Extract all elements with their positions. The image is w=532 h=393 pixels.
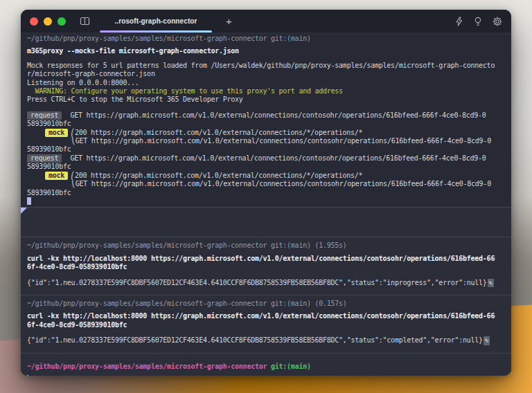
request-badge: request — [27, 154, 62, 163]
command-block-curl-2: ~/github/pnp/proxy-samples/samples/micro… — [21, 295, 511, 353]
mock-url-wrap: 58939010bfc — [21, 145, 511, 154]
prompt-git-branch: git:(main) — [267, 363, 310, 370]
prompt-line: ~/github/pnp/proxy-samples/samples/micro… — [21, 35, 511, 43]
prompt-line: ~/github/pnp/proxy-samples/samples/micro… — [21, 300, 511, 308]
request-line: requestGET https://graph.microsoft.com/v… — [21, 154, 511, 163]
lightning-icon[interactable] — [454, 17, 463, 26]
running-block-spacer — [21, 208, 511, 237]
current-prompt-block[interactable]: ~/github/pnp/proxy-samples/samples/micro… — [21, 354, 511, 376]
request-badge: request — [27, 111, 62, 120]
prompt-line: ~/github/pnp/proxy-samples/samples/micro… — [21, 241, 511, 250]
response-line: {"id":"1.neu.0278337E599FC8DBF5607ED12CF… — [21, 336, 511, 345]
bookmarks-icon[interactable] — [80, 17, 90, 26]
current-prompt-line: ~/github/pnp/proxy-samples/samples/micro… — [21, 363, 511, 371]
settings-gear-icon[interactable] — [493, 17, 502, 26]
input-cursor-line[interactable] — [21, 375, 511, 376]
mock-badge: mock — [45, 129, 68, 137]
bulb-icon[interactable] — [474, 17, 482, 26]
response-json: {"id":"1.neu.0278337E599FC8DBF5607ED12CF… — [27, 279, 487, 286]
text-cursor — [27, 375, 28, 376]
command-curl-wrap: 6f-4ce0-8cd9-058939010bfc — [21, 321, 511, 329]
titlebar: ..rosoft-graph-connector + — [21, 10, 511, 33]
mock-line: ⎝GET https://graph.microsoft.com/v1.0/ex… — [21, 137, 511, 145]
terminal-body[interactable]: ~/github/pnp/proxy-samples/samples/micro… — [21, 33, 511, 376]
mock-url: GET https://graph.microsoft.com/v1.0/ext… — [76, 180, 491, 188]
request-line: requestGET https://graph.microsoft.com/v… — [21, 111, 511, 120]
block-cursor — [27, 197, 31, 205]
warning-line: WARNING: Configure your operating system… — [21, 87, 511, 95]
eol-percent-marker: % — [488, 279, 494, 287]
zoom-button[interactable] — [57, 17, 66, 26]
mock-line: mock⎛200 https://graph.microsoft.com/v1.… — [21, 129, 511, 137]
desktop-wallpaper: ..rosoft-graph-connector + — [0, 0, 532, 393]
close-button[interactable] — [30, 17, 38, 26]
mock-url-wrap: 58939010bfc — [21, 189, 511, 197]
output-line: r/microsoft-graph-connector.json — [21, 70, 511, 78]
mock-line: ⎝GET https://graph.microsoft.com/v1.0/ex… — [21, 180, 511, 188]
request-url-wrap: 58939010bfc — [21, 120, 511, 128]
cursor-line — [21, 197, 511, 205]
prompt-path: ~/github/pnp/proxy-samples/samples/micro… — [27, 363, 267, 370]
output-line: Press CTRL+C to stop the Microsoft 365 D… — [21, 95, 511, 104]
response-line: {"id":"1.neu.0278337E599FC8DBF5607ED12CF… — [21, 279, 511, 287]
titlebar-actions — [454, 17, 502, 26]
mock-pattern: 200 https://graph.microsoft.com/v1.0/ext… — [75, 172, 362, 179]
request-url: GET https://graph.microsoft.com/v1.0/ext… — [70, 154, 486, 162]
mock-line: mock⎛200 https://graph.microsoft.com/v1.… — [21, 172, 511, 180]
eol-percent-marker: % — [484, 336, 490, 345]
command-block-curl-1: ~/github/pnp/proxy-samples/samples/micro… — [21, 237, 511, 295]
response-json: {"id":"1.neu.0278337E599FC8DBF5607ED12CF… — [27, 336, 483, 344]
request-url: GET https://graph.microsoft.com/v1.0/ext… — [70, 111, 486, 119]
request-url-wrap: 58939010bfc — [21, 163, 511, 171]
mock-badge: mock — [45, 172, 68, 180]
tab-title: ..rosoft-graph-connector — [114, 17, 197, 25]
mock-url: GET https://graph.microsoft.com/v1.0/ext… — [76, 137, 491, 145]
command-curl-wrap: 6f-4ce0-8cd9-058939010bfc — [21, 263, 511, 271]
traffic-lights — [30, 17, 66, 26]
terminal-window: ..rosoft-graph-connector + — [21, 10, 511, 376]
command-block-m365proxy: ~/github/pnp/proxy-samples/samples/micro… — [21, 35, 511, 207]
command-m365proxy: m365proxy --mocks-file microsoft-graph-c… — [21, 47, 511, 55]
output-line: Listening on 0.0.0.0:8000... — [21, 79, 511, 87]
output-line: Mock responses for 5 url patterns loaded… — [21, 62, 511, 70]
minimize-button[interactable] — [44, 17, 52, 26]
command-curl: curl -kx http://localhost:8000 https://g… — [21, 255, 511, 263]
tab-microsoft-graph-connector[interactable]: ..rosoft-graph-connector — [100, 10, 212, 33]
new-tab-button[interactable]: + — [226, 16, 232, 26]
mock-pattern: 200 https://graph.microsoft.com/v1.0/ext… — [75, 129, 362, 136]
block-corner-indicator — [21, 208, 27, 214]
command-curl: curl -kx http://localhost:8000 https://g… — [21, 312, 511, 320]
